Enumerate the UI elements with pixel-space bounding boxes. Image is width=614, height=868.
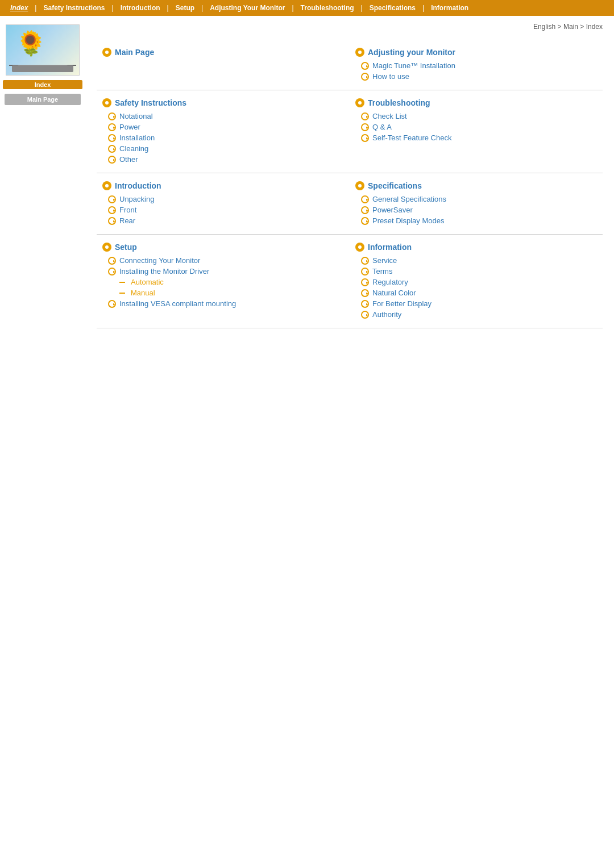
- main-page-icon: [102, 48, 111, 57]
- sub-label: How to use: [372, 72, 409, 81]
- arrow-icon: [108, 112, 116, 120]
- sub-label: Cleaning: [119, 144, 148, 153]
- arrow-icon: [361, 257, 369, 265]
- sidebar: 🌻 Index Main Page: [0, 16, 85, 868]
- list-item[interactable]: Regulatory: [355, 277, 597, 287]
- sub-label: Authority: [372, 310, 401, 319]
- sub-label: Power: [119, 123, 140, 131]
- section-title-adjusting[interactable]: Adjusting your Monitor: [355, 48, 597, 57]
- index-grid: Main Page Adjusting your Monitor Magic T…: [97, 40, 603, 328]
- section-main-page: Main Page: [97, 40, 350, 90]
- nav-safety[interactable]: Safety Instructions: [38, 0, 110, 16]
- sub-label: Natural Color: [372, 289, 416, 297]
- nav-information[interactable]: Information: [425, 0, 474, 16]
- sub-label: Terms: [372, 267, 392, 276]
- arrow-icon: [108, 134, 116, 142]
- list-item[interactable]: Notational: [102, 111, 344, 122]
- list-item[interactable]: How to use: [355, 71, 597, 82]
- sub-label: General Specifications: [372, 195, 446, 203]
- list-item[interactable]: For Better Display: [355, 298, 597, 309]
- list-item[interactable]: Power: [102, 122, 344, 132]
- list-item[interactable]: Cleaning: [102, 143, 344, 154]
- list-item[interactable]: Front: [102, 205, 344, 215]
- sub-label: Automatic: [131, 278, 164, 286]
- nav-troubleshooting[interactable]: Troubleshooting: [295, 0, 360, 16]
- section-title-setup[interactable]: Setup: [102, 243, 344, 252]
- section-information: Information Service Terms Regulatory Nat…: [350, 235, 603, 328]
- sub-label: Self-Test Feature Check: [372, 133, 451, 142]
- safety-icon: [102, 98, 111, 107]
- sub-label: Connecting Your Monitor: [119, 256, 200, 265]
- arrow-icon: [108, 257, 116, 265]
- arrow-icon: [361, 62, 369, 70]
- specifications-label: Specifications: [368, 181, 422, 190]
- section-title-specifications[interactable]: Specifications: [355, 181, 597, 190]
- list-item[interactable]: Natural Color: [355, 287, 597, 298]
- sub-label: Q & A: [372, 123, 392, 131]
- list-item[interactable]: Unpacking: [102, 194, 344, 205]
- nav-sep-3: |: [166, 4, 170, 12]
- sidebar-index-label: Index: [3, 80, 82, 89]
- arrow-icon: [108, 268, 116, 276]
- list-item[interactable]: Service: [355, 255, 597, 266]
- main-content: English > Main > Index Main Page Adjusti…: [85, 16, 614, 868]
- section-title-main-page[interactable]: Main Page: [102, 48, 344, 57]
- introduction-label: Introduction: [115, 181, 161, 190]
- page-layout: 🌻 Index Main Page English > Main > Index…: [0, 16, 614, 868]
- troubleshooting-icon: [355, 98, 364, 107]
- arrow-icon: [361, 134, 369, 142]
- sub-label: Manual: [131, 289, 155, 297]
- arrow-icon: [108, 300, 116, 308]
- arrow-icon: [361, 278, 369, 286]
- list-item[interactable]: Other: [102, 154, 344, 165]
- specifications-icon: [355, 181, 364, 190]
- nav-sep-6: |: [360, 4, 364, 12]
- sub-label: Preset Display Modes: [372, 216, 444, 225]
- setup-icon: [102, 243, 111, 252]
- section-safety: Safety Instructions Notational Power Ins…: [97, 90, 350, 173]
- nav-specifications[interactable]: Specifications: [364, 0, 421, 16]
- information-icon: [355, 243, 364, 252]
- section-title-safety[interactable]: Safety Instructions: [102, 98, 344, 107]
- section-introduction: Introduction Unpacking Front Rear: [97, 173, 350, 235]
- list-item[interactable]: Automatic: [102, 277, 344, 287]
- sub-label: Notational: [119, 112, 153, 120]
- sub-label: Regulatory: [372, 278, 408, 286]
- main-page-label: Main Page: [115, 48, 154, 57]
- list-item[interactable]: Self-Test Feature Check: [355, 132, 597, 143]
- nav-index[interactable]: Index: [5, 0, 34, 16]
- list-item[interactable]: Authority: [355, 309, 597, 320]
- list-item[interactable]: Installation: [102, 132, 344, 143]
- list-item[interactable]: Q & A: [355, 122, 597, 132]
- arrow-icon: [108, 123, 116, 131]
- list-item[interactable]: Connecting Your Monitor: [102, 255, 344, 266]
- list-item[interactable]: General Specifications: [355, 194, 597, 205]
- main-page-button[interactable]: Main Page: [5, 94, 81, 105]
- list-item[interactable]: Terms: [355, 266, 597, 277]
- list-item[interactable]: Manual: [102, 287, 344, 298]
- section-specifications: Specifications General Specifications Po…: [350, 173, 603, 235]
- nav-sep-2: |: [111, 4, 115, 12]
- list-item[interactable]: Installing the Monitor Driver: [102, 266, 344, 277]
- list-item[interactable]: Check List: [355, 111, 597, 122]
- arrow-icon: [361, 217, 369, 225]
- list-item[interactable]: PowerSaver: [355, 205, 597, 215]
- arrow-icon: [361, 112, 369, 120]
- list-item[interactable]: Magic Tune™ Installation: [355, 60, 597, 71]
- dash-icon: [119, 293, 125, 294]
- list-item[interactable]: Rear: [102, 215, 344, 226]
- nav-setup[interactable]: Setup: [170, 0, 200, 16]
- nav-introduction[interactable]: Introduction: [115, 0, 166, 16]
- section-title-information[interactable]: Information: [355, 243, 597, 252]
- sidebar-image: 🌻: [6, 24, 80, 76]
- list-item[interactable]: Preset Display Modes: [355, 215, 597, 226]
- section-title-introduction[interactable]: Introduction: [102, 181, 344, 190]
- arrow-icon: [108, 145, 116, 153]
- nav-sep-1: |: [34, 4, 38, 12]
- introduction-icon: [102, 181, 111, 190]
- section-title-troubleshooting[interactable]: Troubleshooting: [355, 98, 597, 107]
- section-adjusting: Adjusting your Monitor Magic Tune™ Insta…: [350, 40, 603, 90]
- nav-adjusting[interactable]: Adjusting Your Monitor: [204, 0, 291, 16]
- list-item[interactable]: Installing VESA compliant mounting: [102, 298, 344, 309]
- arrow-icon: [361, 300, 369, 308]
